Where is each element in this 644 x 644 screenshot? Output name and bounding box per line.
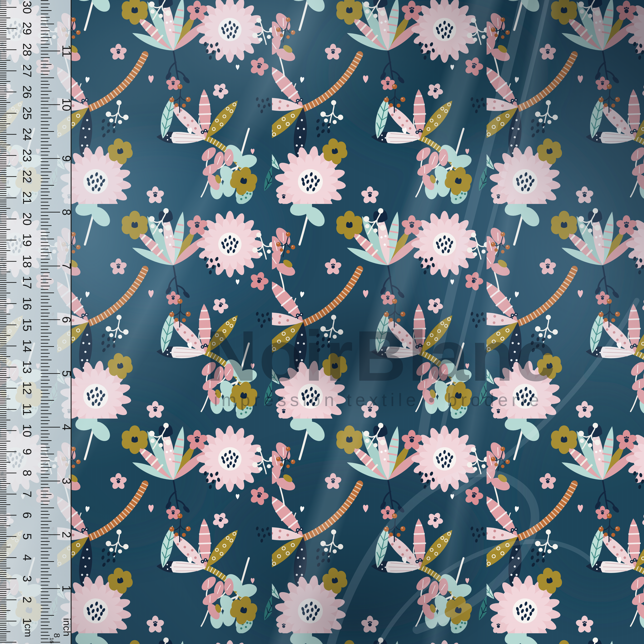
cm-tick [0, 265, 6, 266]
cm-tick [0, 301, 6, 302]
cm-tick [0, 41, 6, 42]
cm-tick [0, 3, 6, 3]
inch-tick [41, 168, 48, 169]
cm-tick [0, 515, 16, 516]
cm-tick [0, 1, 6, 1]
cm-tick [0, 348, 6, 348]
inch-tick [41, 551, 48, 552]
cm-tick [0, 439, 6, 439]
inch-tick [41, 289, 48, 290]
cm-tick [0, 356, 10, 357]
cm-tick [0, 168, 6, 169]
cm-tick [0, 286, 6, 287]
cm-tick [0, 606, 6, 607]
cm-tick [0, 187, 10, 188]
inch-tick [41, 400, 54, 401]
inch-tick [41, 282, 48, 283]
inch-tick [41, 313, 50, 313]
inch-tick [41, 497, 48, 498]
cm-tick [0, 504, 10, 505]
cm-tick [0, 104, 6, 105]
cm-tick [0, 561, 6, 562]
inch-tick [41, 346, 54, 347]
cm-number-30: 30 [21, 1, 33, 14]
inch-tick [41, 319, 60, 320]
cm-tick [0, 369, 6, 370]
inch-tick [41, 125, 50, 125]
inch-tick [41, 410, 48, 411]
cm-tick [0, 553, 6, 554]
inch-tick [41, 202, 48, 203]
cm-tick [0, 415, 6, 416]
inch-tick [41, 423, 48, 424]
inch-tick [41, 625, 48, 626]
inch-tick [41, 306, 52, 307]
ruler-cm-label: cm [23, 624, 33, 637]
inch-tick [41, 212, 60, 213]
inch-tick [41, 434, 50, 434]
inch-tick [41, 427, 60, 428]
cm-tick [0, 18, 10, 18]
cm-tick [0, 608, 6, 609]
cm-tick [0, 45, 6, 46]
cm-tick [0, 162, 6, 162]
cm-tick [0, 604, 6, 604]
inch-tick [41, 481, 60, 481]
inch-tick [41, 470, 48, 471]
inch-tick [41, 565, 48, 565]
cm-tick [0, 170, 6, 171]
cm-tick [0, 640, 6, 640]
cm-tick [0, 13, 6, 14]
cm-tick [0, 599, 16, 600]
inch-tick [41, 84, 50, 85]
inch-tick [41, 185, 54, 186]
cm-tick [0, 83, 6, 84]
cm-tick [0, 339, 6, 340]
cm-tick [0, 466, 6, 467]
cm-tick [0, 409, 16, 410]
cm-tick [0, 212, 6, 213]
inch-tick [41, 131, 54, 132]
cm-tick [0, 352, 6, 353]
cm-tick [0, 523, 6, 524]
cm-tick [0, 566, 6, 566]
cm-tick [0, 547, 10, 547]
cm-tick [0, 551, 6, 552]
ruler-sixteenth-label: 16 [49, 637, 54, 643]
cm-tick [0, 371, 6, 372]
cm-tick [0, 164, 6, 164]
cm-tick [0, 176, 16, 177]
inch-tick [41, 491, 48, 491]
cm-tick [0, 629, 6, 630]
cm-tick [0, 193, 6, 194]
cm-tick [0, 447, 6, 448]
cm-tick [0, 534, 6, 535]
cm-tick [0, 341, 6, 342]
inch-tick [41, 571, 48, 572]
inch-tick [41, 504, 48, 505]
cm-tick [0, 443, 6, 444]
cm-tick [0, 106, 6, 107]
inch-tick [41, 508, 54, 508]
cm-tick [0, 521, 6, 522]
inch-tick [41, 413, 52, 414]
inch-tick [41, 457, 48, 458]
inch-tick [41, 541, 50, 542]
inch-tick [41, 91, 52, 92]
cm-tick [0, 621, 16, 621]
cm-number-20: 20 [21, 212, 33, 225]
inch-tick [41, 393, 50, 394]
cm-tick [0, 92, 16, 92]
inch-tick [41, 121, 48, 122]
cm-tick [0, 451, 16, 452]
cm-tick [0, 373, 6, 374]
inch-tick [41, 81, 48, 82]
cm-tick [0, 172, 6, 173]
cm-tick [0, 206, 6, 207]
inch-tick [41, 514, 50, 515]
stage: NoirBlanc impression textile • broderie … [0, 0, 644, 644]
inch-tick [41, 511, 48, 512]
inch-tick [41, 145, 52, 145]
cm-tick [0, 128, 6, 128]
inch-tick [41, 350, 48, 350]
